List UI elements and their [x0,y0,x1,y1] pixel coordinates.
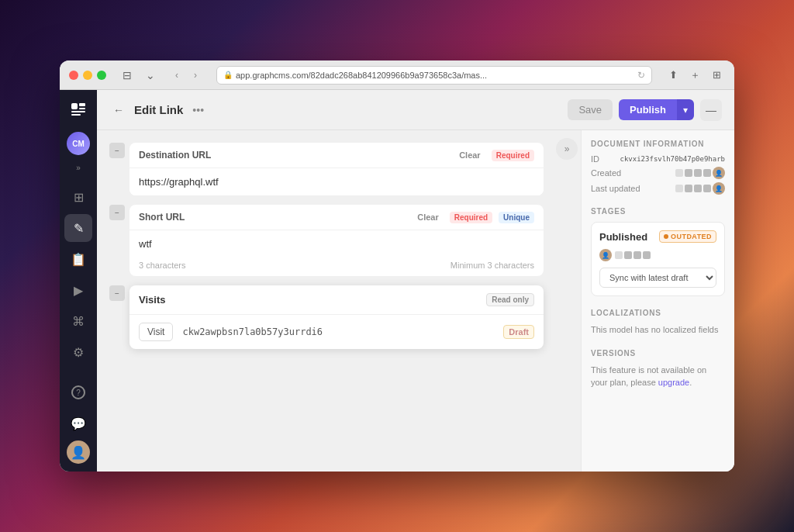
outdated-label: OUTDATED [671,233,712,240]
sidebar-item-chat[interactable]: 💬 [64,409,92,437]
id-label: ID [591,154,599,164]
edit-icon: ✎ [74,221,84,236]
user-avatar[interactable]: 👤 [67,440,90,464]
created-dot-4 [703,169,711,177]
add-tab-icon[interactable]: ＋ [686,67,703,84]
stage-dots [615,251,651,259]
short-url-input[interactable] [129,230,544,257]
titlebar-actions: ⬆ ＋ ⊞ [665,67,725,84]
content-area: − Destination URL Clear Required − [97,130,734,472]
svg-rect-1 [79,103,85,106]
sidebar: CM » ⊞ ✎ 📋 ▶ ⌘ ⚙ ? [60,90,97,472]
short-url-label: Short URL [139,212,406,223]
localizations-section: LOCALIZATIONS This model has no localize… [591,309,725,337]
stage-dot-4 [643,251,651,259]
created-avatar: 👤 [713,167,725,179]
chevron-down-icon[interactable]: ⌄ [142,67,159,84]
visit-button[interactable]: Visit [139,323,173,341]
destination-url-clear[interactable]: Clear [454,149,485,161]
localizations-title: LOCALIZATIONS [591,309,725,317]
sidebar-item-document[interactable]: 📋 [64,245,92,273]
share-icon[interactable]: ⬆ [665,67,682,84]
visits-field: Visits Read only Visit ckw2awpbsn7la0b57… [129,285,544,349]
published-label: Published [599,231,647,243]
stage-dot-1 [615,251,623,259]
created-info: 👤 [675,167,725,179]
publish-button-group: Publish ▾ [619,99,694,120]
visits-readonly-badge: Read only [486,293,534,306]
svg-rect-3 [71,111,85,112]
publish-button[interactable]: Publish [619,99,677,120]
stages-title: STAGES [591,207,725,216]
workspace-avatar[interactable]: CM [67,132,90,155]
document-icon: 📋 [71,252,86,267]
right-panel-toggle-area: » [556,130,581,472]
short-url-clear[interactable]: Clear [413,211,444,223]
address-text: app.graphcms.com/82dadc268ab841209966b9a… [236,71,487,80]
sidebar-item-play[interactable]: ▶ [64,276,92,304]
created-dot-1 [675,169,683,177]
back-button[interactable]: ← [109,101,128,119]
sidebar-bottom: ? 💬 👤 [64,378,92,464]
id-row: ID ckvxi23fsvlh70b47p0e9harb [591,154,725,164]
back-nav-button[interactable]: ‹ [168,67,185,84]
lock-icon: 🔒 [223,71,233,79]
editor-area: − Destination URL Clear Required − [97,130,556,472]
fullscreen-button[interactable] [97,71,106,80]
destination-url-field: Destination URL Clear Required [129,143,544,195]
more-icon: ••• [192,104,204,116]
sidebar-item-webhook[interactable]: ⌘ [64,307,92,335]
titlebar-controls: ⊟ ⌄ [119,67,159,84]
main-content: ← Edit Link ••• Save Publish ▾ — [97,90,734,472]
save-button[interactable]: Save [568,99,613,120]
short-url-section: − Short URL Clear Required Unique 3 char… [109,205,544,276]
collapse-button[interactable]: — [700,99,722,121]
forward-nav-button[interactable]: › [187,67,204,84]
char-count: 3 characters [139,261,186,270]
minimize-button[interactable] [83,71,92,80]
stages-section: STAGES Published OUTDATED 👤 [591,207,725,296]
localizations-message: This model has no localized fields [591,323,725,337]
sidebar-item-help[interactable]: ? [64,378,92,406]
last-updated-label: Last updated [591,184,640,193]
sidebar-expand-icon[interactable]: » [71,161,86,174]
sidebar-item-settings[interactable]: ⚙ [64,338,92,366]
right-panel-toggle[interactable]: » [556,138,578,160]
reload-icon[interactable]: ↻ [637,70,645,81]
grid-icon[interactable]: ⊞ [708,67,725,84]
app-logo [66,98,91,123]
expand-visits-icon[interactable]: − [109,285,125,301]
destination-url-header: Destination URL Clear Required [129,143,544,168]
sidebar-item-layers[interactable]: ⊞ [64,183,92,211]
visits-label: Visits [139,294,480,306]
play-icon: ▶ [74,283,83,298]
min-chars-hint: Minimum 3 characters [451,261,534,270]
expand-short-url-icon[interactable]: − [109,205,125,220]
upgrade-link[interactable]: upgrade [658,378,689,387]
short-url-footer: 3 characters Minimum 3 characters [129,257,544,276]
outdated-badge: OUTDATED [659,230,716,243]
document-info-title: DOCUMENT INFORMATION [591,140,725,148]
updated-dot-4 [703,185,711,192]
layers-icon: ⊞ [74,190,84,205]
svg-rect-2 [79,108,85,109]
last-updated-info: 👤 [675,182,725,195]
destination-url-label: Destination URL [139,150,448,161]
traffic-lights [69,71,106,80]
sidebar-item-edit[interactable]: ✎ [64,214,92,242]
short-url-field: Short URL Clear Required Unique 3 charac… [129,205,544,276]
expand-destination-url-icon[interactable]: − [109,143,125,158]
close-button[interactable] [69,71,78,80]
sidebar-toggle-icon[interactable]: ⊟ [119,67,136,84]
stage-avatars: 👤 [599,249,716,261]
sync-select[interactable]: Sync with latest draft [599,268,716,288]
settings-icon: ⚙ [73,345,84,360]
destination-url-input[interactable] [129,168,544,195]
short-url-header: Short URL Clear Required Unique [129,205,544,230]
publish-dropdown-button[interactable]: ▾ [677,99,694,120]
short-url-required: Required [450,212,492,223]
address-bar[interactable]: 🔒 app.graphcms.com/82dadc268ab841209966b… [216,66,652,85]
short-url-unique: Unique [499,212,534,223]
updated-avatar: 👤 [713,182,725,195]
more-options-button[interactable]: ••• [189,101,207,119]
